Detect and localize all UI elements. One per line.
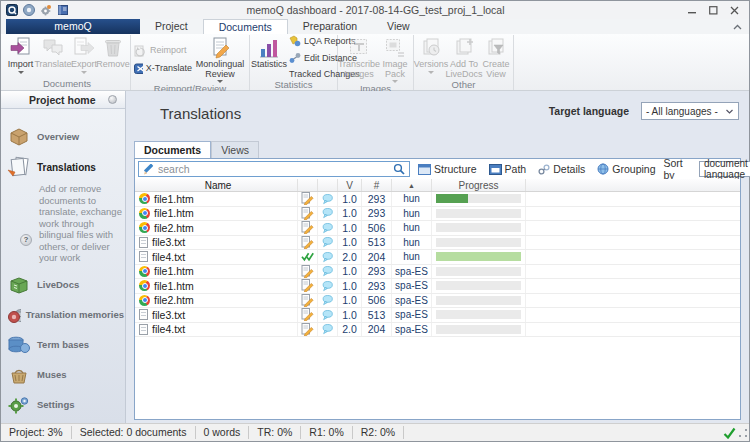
tab-documents[interactable]: Documents <box>203 19 288 34</box>
ribbon-group-other: Versions Add To LiveDocs Create View Oth… <box>414 35 514 90</box>
progress-bar <box>436 223 521 232</box>
column-header-status[interactable] <box>298 179 318 191</box>
sidebar-item-term-bases[interactable]: Term bases <box>1 330 125 360</box>
window-controls <box>682 3 749 18</box>
sort-by-label: Sort by <box>664 157 693 181</box>
progress-bar <box>436 267 521 276</box>
translations-icon <box>6 156 32 178</box>
documents-panel: Structure Path Details Grouping <box>134 158 741 420</box>
sidebar-item-translation-memories[interactable]: Translation memories <box>1 300 125 330</box>
grouping-button[interactable]: Grouping <box>593 163 659 175</box>
column-header-language-sort[interactable]: ▲ <box>392 179 432 191</box>
table-row[interactable]: file3.txt 1.0 513 hun <box>135 236 740 251</box>
column-header-count[interactable]: # <box>362 179 392 191</box>
tab-preparation[interactable]: Preparation <box>288 19 372 34</box>
ribbon-group-images: Transcribe Images Image Pack Images <box>338 35 414 90</box>
collapse-ribbon-icon[interactable] <box>732 21 743 33</box>
table-row[interactable]: file4.txt 2.0 204 spa-ES <box>135 323 740 338</box>
sort-by-select[interactable]: document language <box>699 161 750 177</box>
table-row[interactable]: file1.htm 1.0 293 spa-ES <box>135 279 740 294</box>
import-button[interactable]: Import <box>5 35 36 78</box>
html-file-icon <box>139 266 150 277</box>
structure-button[interactable]: Structure <box>414 163 481 175</box>
comment-icon <box>322 207 334 219</box>
text-file-icon <box>139 324 148 335</box>
term-bases-icon <box>6 335 32 355</box>
app-tab-memoq[interactable]: memoQ <box>6 19 140 34</box>
tab-view[interactable]: View <box>372 19 425 34</box>
edit-icon <box>301 265 314 278</box>
options-gear-icon[interactable] <box>40 4 52 16</box>
html-file-icon <box>139 208 150 219</box>
livedocs-icon <box>6 275 32 295</box>
table-row[interactable]: file3.txt 1.0 513 spa-ES <box>135 308 740 323</box>
table-row[interactable]: file4.txt 2.0 204 hun <box>135 250 740 265</box>
help-icon[interactable] <box>23 4 35 16</box>
search-input[interactable] <box>158 163 389 175</box>
tab-project[interactable]: Project <box>140 19 203 34</box>
quick-access-toolbar <box>1 4 69 16</box>
sidebar-item-settings[interactable]: Settings <box>1 390 125 420</box>
target-language-select[interactable]: - All languages - <box>641 102 739 120</box>
sidebar-item-muses[interactable]: Muses <box>1 360 125 390</box>
status-tr: TR: 0% <box>249 426 301 439</box>
target-language-label: Target language <box>549 105 629 117</box>
sphere-handle-icon[interactable] <box>108 95 117 104</box>
group-label-other: Other <box>415 79 512 90</box>
remove-button: Remove <box>98 35 128 78</box>
edit-icon <box>301 221 314 234</box>
column-header-comments[interactable] <box>318 179 338 191</box>
table-header: Name V # ▲ Progress <box>135 179 740 192</box>
text-file-icon <box>139 251 148 262</box>
title-bar: memoQ dashboard - 2017-08-14-GG_test_pro… <box>1 1 749 19</box>
minimize-icon[interactable] <box>682 3 703 18</box>
statistics-button[interactable]: Statistics <box>251 35 287 79</box>
comment-icon <box>322 193 334 205</box>
details-button[interactable]: Details <box>534 163 589 175</box>
comment-icon <box>322 251 334 263</box>
table-row[interactable]: file2.htm 1.0 506 spa-ES <box>135 294 740 309</box>
ribbon-group-reimport-review: Reimport X-Translate Monolingual Review … <box>131 35 250 90</box>
versions-button: Versions <box>415 35 447 79</box>
sidebar-item-overview[interactable]: Overview <box>1 121 125 151</box>
sidebar-item-livedocs[interactable]: LiveDocs <box>1 270 125 300</box>
edit-icon <box>301 294 314 307</box>
column-header-version[interactable]: V <box>338 179 362 191</box>
status-r1: R1: 0% <box>301 426 352 439</box>
table-row[interactable]: file1.htm 1.0 293 hun <box>135 207 740 222</box>
translations-description: ? Add or remove documents to translate, … <box>1 183 125 270</box>
table-row[interactable]: file2.htm 1.0 506 hun <box>135 221 740 236</box>
memoq-window: memoQ dashboard - 2017-08-14-GG_test_pro… <box>0 0 750 442</box>
ribbon-group-documents: Import Translate Export Remove Document <box>4 35 131 90</box>
group-label-documents: Documents <box>5 78 129 90</box>
search-icon[interactable] <box>393 163 405 175</box>
group-label-statistics: Statistics <box>251 79 336 90</box>
column-header-name[interactable]: Name <box>135 179 298 191</box>
edit-icon <box>301 279 314 292</box>
path-button[interactable]: Path <box>485 163 531 175</box>
pencil-icon <box>143 164 154 175</box>
help-bubble-icon[interactable]: ? <box>20 234 32 246</box>
html-file-icon <box>139 193 150 204</box>
progress-bar <box>436 281 521 290</box>
tab-views-list[interactable]: Views <box>211 141 259 158</box>
table-row[interactable]: file1.htm 1.0 293 spa-ES <box>135 265 740 280</box>
table-row[interactable]: file1.htm 1.0 293 hun <box>135 192 740 207</box>
tab-documents-list[interactable]: Documents <box>134 141 211 158</box>
image-pack-button: Image Pack <box>379 35 411 83</box>
dropdown-arrow-icon <box>428 71 434 74</box>
monolingual-review-button[interactable]: Monolingual Review <box>194 35 246 83</box>
column-header-progress[interactable]: Progress <box>432 179 526 191</box>
resources-icon[interactable] <box>57 4 69 16</box>
progress-bar <box>436 310 521 319</box>
x-translate-button[interactable]: X-Translate <box>134 62 192 75</box>
progress-bar <box>436 252 521 261</box>
maximize-icon[interactable] <box>703 3 724 18</box>
html-file-icon <box>139 280 150 291</box>
transcribe-images-button: Transcribe Images <box>339 35 379 83</box>
sidebar-item-translations[interactable]: Translations <box>1 151 125 183</box>
resize-grip[interactable] <box>739 429 747 437</box>
close-icon[interactable] <box>724 3 745 18</box>
memoq-logo-icon[interactable] <box>6 4 18 16</box>
comment-icon <box>322 294 334 306</box>
